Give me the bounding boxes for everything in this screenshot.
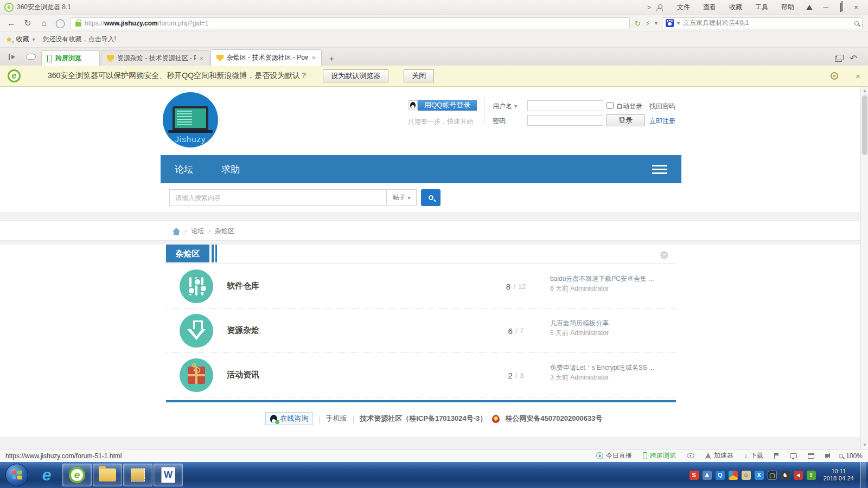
start-button[interactable] <box>5 464 28 486</box>
tab-cross-screen[interactable]: 跨屏浏览 <box>41 50 100 66</box>
notice-settings-icon[interactable] <box>831 72 838 80</box>
mode-dropdown-icon[interactable]: ▾ <box>655 20 658 26</box>
url-box[interactable]: https://www.jishuzy.com/forum.php?gid=1 <box>71 17 630 29</box>
forum-name-link[interactable]: 资源杂烩 <box>227 325 259 336</box>
flag-icon[interactable] <box>774 453 779 459</box>
refresh-icon[interactable]: ↻ <box>22 18 34 28</box>
breadcrumb-forum[interactable]: 论坛 <box>191 227 204 236</box>
scroll-down-icon[interactable]: ▼ <box>861 442 868 447</box>
taskbar-word-icon[interactable]: W <box>154 464 183 486</box>
nav-menu-icon[interactable] <box>652 165 667 174</box>
cross-screen-item[interactable]: 跨屏浏览 <box>643 451 676 460</box>
notice-dismiss-icon[interactable]: × <box>856 72 860 81</box>
scrollbar-thumb[interactable] <box>862 95 867 155</box>
bookmark-star-icon[interactable]: ★ <box>5 35 12 44</box>
tab-close-icon[interactable]: × <box>311 54 316 62</box>
live-today-item[interactable]: 今日直播 <box>596 451 632 460</box>
baidu-paw-icon[interactable] <box>666 19 674 27</box>
bookmarks-hint[interactable]: 您还没有收藏，点击导入! <box>42 35 116 44</box>
nav-forum[interactable]: 论坛 <box>161 163 207 176</box>
breadcrumb-current[interactable]: 杂烩区 <box>215 227 234 236</box>
breadcrumb-home-icon[interactable] <box>173 228 180 235</box>
mobile-version-link[interactable]: 手机版 <box>326 414 347 423</box>
username-field[interactable] <box>527 100 603 111</box>
tray-volume-icon[interactable]: ◄ <box>794 471 803 480</box>
forum-search-button[interactable] <box>421 189 441 206</box>
tab-list-icon[interactable] <box>3 48 21 66</box>
login-button[interactable]: 登录 <box>606 114 645 126</box>
last-post-title-link[interactable]: 几百套简历模板分享 <box>550 318 669 328</box>
tab-resource-mix[interactable]: 资源杂烩 - 技术资源社区 - Pov × <box>101 50 209 66</box>
zoom-item[interactable]: 100% <box>839 452 863 460</box>
menu-file[interactable]: 文件 <box>671 3 697 12</box>
forum-name-link[interactable]: 活动资讯 <box>227 370 259 380</box>
find-password-link[interactable]: 找回密码 <box>649 102 675 111</box>
taskbar-capture-tool-icon[interactable] <box>123 464 152 486</box>
forum-name-link[interactable]: 软件仓库 <box>227 281 259 291</box>
tray-window-icon[interactable]: ▢ <box>768 471 777 480</box>
cloud-sync-icon[interactable] <box>21 48 41 66</box>
search-scope-select[interactable]: 帖子 ▾ <box>386 189 417 206</box>
online-chat-button[interactable]: 在线咨询 <box>265 412 313 425</box>
skin-icon[interactable] <box>805 5 814 10</box>
show-desktop-button[interactable] <box>860 462 866 488</box>
taskbar-ie-icon[interactable]: e <box>32 464 61 486</box>
tray-thunder-icon[interactable]: X <box>755 471 764 480</box>
tab-zahui-active[interactable]: 杂烩区 - 技术资源社区 - Powe × <box>210 49 322 66</box>
menu-favorites[interactable]: 收藏 <box>723 3 749 12</box>
tray-security-icon[interactable]: ♞ <box>781 471 790 480</box>
close-button[interactable]: × <box>848 3 864 11</box>
download-item[interactable]: ↓下载 <box>744 451 764 460</box>
maximize-button[interactable] <box>833 3 848 11</box>
minimize-button[interactable]: ─ <box>818 3 833 11</box>
tray-qq-icon[interactable]: Q <box>716 471 725 480</box>
notice-close-button[interactable]: 关闭 <box>404 69 434 82</box>
engine-search-icon[interactable] <box>854 21 859 25</box>
search-engine-box[interactable]: ▾ 京东家具建材跨店4免1 <box>662 17 863 29</box>
user-account-icon[interactable] <box>656 4 663 11</box>
username-dropdown-icon[interactable]: ▾ <box>514 103 517 109</box>
site-logo[interactable]: Jishuzy <box>163 92 218 147</box>
auto-login-label[interactable]: 自动登录 <box>616 102 642 111</box>
forum-row-activities[interactable]: 活动资讯 2 / 3 免费申请Let＇s Encrypt泛域名SS ... 3 … <box>166 353 676 397</box>
forum-row-resources[interactable]: 资源杂烩 6 / 7 几百套简历模板分享 6 天前 Administrator <box>166 309 676 353</box>
nav-help[interactable]: 求助 <box>207 163 254 176</box>
page-scrollbar[interactable]: ▲ ▼ <box>860 87 868 449</box>
bookmarks-label[interactable]: 收藏 <box>16 35 29 44</box>
forum-search-input[interactable] <box>169 189 386 206</box>
recently-closed-icon[interactable] <box>837 55 844 60</box>
new-tab-button[interactable]: + <box>323 50 341 66</box>
eye-protect-icon[interactable] <box>687 453 694 458</box>
no-trace-icon[interactable]: ↻ <box>634 19 641 28</box>
last-post-title-link[interactable]: 免费申请Let＇s Encrypt泛域名SS ... <box>550 363 669 373</box>
collapse-icon[interactable]: ─ <box>660 251 668 259</box>
tab-close-icon[interactable]: × <box>199 54 203 62</box>
menu-view[interactable]: 查看 <box>697 3 723 12</box>
tray-pinwheel-icon[interactable] <box>729 471 738 480</box>
tray-user-icon[interactable]: ♟ <box>703 471 712 480</box>
taskbar-360browser-icon[interactable]: e <box>62 464 92 486</box>
last-post-user-link[interactable]: Administrator <box>570 329 609 337</box>
set-default-button[interactable]: 设为默认浏览器 <box>323 69 388 82</box>
tray-monkey-icon[interactable]: ☺ <box>742 471 751 480</box>
last-post-user-link[interactable]: Administrator <box>570 374 609 381</box>
category-title-badge[interactable]: 杂烩区 <box>166 245 209 262</box>
feedback-chat-icon[interactable] <box>790 453 797 458</box>
forum-row-software[interactable]: 软件仓库 8 / 12 baidu云盘不限速下载PC安卓合集 ... 6 天前 … <box>166 264 676 309</box>
password-field[interactable] <box>527 115 603 126</box>
scroll-up-icon[interactable]: ▲ <box>861 88 868 93</box>
speed-mode-icon[interactable]: ⚡ <box>645 19 650 28</box>
window-layout-icon[interactable] <box>808 453 814 459</box>
accelerator-item[interactable]: 加速器 <box>705 451 733 460</box>
qq-login-button[interactable]: 用QQ帐号登录 <box>418 100 477 111</box>
menu-tools[interactable]: 工具 <box>749 3 775 12</box>
home-icon[interactable]: ⌂ <box>38 18 50 28</box>
engine-dropdown-icon[interactable]: ▾ <box>677 20 680 26</box>
last-post-title-link[interactable]: baidu云盘不限速下载PC安卓合集 ... <box>550 274 669 284</box>
mute-speaker-icon[interactable] <box>825 454 828 458</box>
register-link[interactable]: 立即注册 <box>649 117 675 126</box>
menu-collapse-icon[interactable]: > <box>647 4 651 11</box>
site-safety-icon[interactable]: ◯ <box>54 18 66 28</box>
taskbar-clock[interactable]: 10:11 2018-04-24 <box>824 468 854 482</box>
tray-sogou-icon[interactable]: S <box>690 471 699 480</box>
